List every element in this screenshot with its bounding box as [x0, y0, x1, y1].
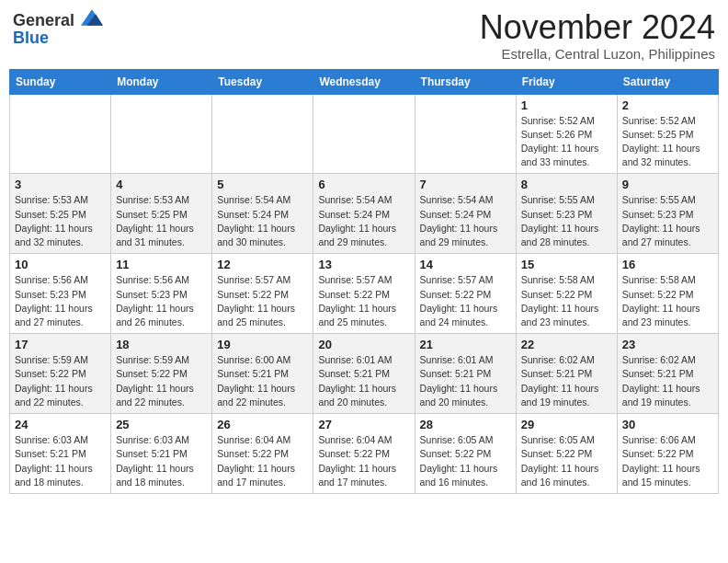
day-info: Sunrise: 6:03 AMSunset: 5:21 PMDaylight:… — [116, 433, 207, 489]
calendar-cell: 1Sunrise: 5:52 AMSunset: 5:26 PMDaylight… — [516, 94, 617, 174]
column-header-monday: Monday — [111, 69, 212, 94]
day-info: Sunrise: 5:59 AMSunset: 5:22 PMDaylight:… — [116, 353, 207, 409]
day-number: 22 — [521, 338, 612, 351]
logo: General Blue — [13, 9, 103, 47]
day-info: Sunrise: 6:02 AMSunset: 5:21 PMDaylight:… — [521, 353, 612, 409]
day-number: 3 — [15, 178, 106, 191]
calendar-cell — [10, 94, 111, 174]
logo-blue-text: Blue — [13, 29, 49, 47]
day-info: Sunrise: 6:03 AMSunset: 5:21 PMDaylight:… — [15, 433, 106, 489]
day-info: Sunrise: 6:01 AMSunset: 5:21 PMDaylight:… — [420, 353, 511, 409]
calendar-cell: 23Sunrise: 6:02 AMSunset: 5:21 PMDayligh… — [617, 334, 718, 414]
day-number: 9 — [622, 178, 713, 191]
calendar-cell: 24Sunrise: 6:03 AMSunset: 5:21 PMDayligh… — [10, 414, 111, 494]
day-number: 5 — [217, 178, 308, 191]
day-number: 14 — [420, 258, 511, 271]
calendar-cell: 16Sunrise: 5:58 AMSunset: 5:22 PMDayligh… — [617, 254, 718, 334]
day-number: 13 — [318, 258, 409, 271]
day-info: Sunrise: 5:58 AMSunset: 5:22 PMDaylight:… — [521, 273, 612, 329]
calendar-week-row: 17Sunrise: 5:59 AMSunset: 5:22 PMDayligh… — [10, 334, 719, 414]
day-number: 17 — [15, 338, 106, 351]
day-info: Sunrise: 5:56 AMSunset: 5:23 PMDaylight:… — [116, 273, 207, 329]
calendar-table: SundayMondayTuesdayWednesdayThursdayFrid… — [9, 69, 719, 494]
day-number: 21 — [420, 338, 511, 351]
calendar-cell: 28Sunrise: 6:05 AMSunset: 5:22 PMDayligh… — [415, 414, 516, 494]
day-info: Sunrise: 5:57 AMSunset: 5:22 PMDaylight:… — [217, 273, 308, 329]
day-number: 11 — [116, 258, 207, 271]
calendar-cell: 15Sunrise: 5:58 AMSunset: 5:22 PMDayligh… — [516, 254, 617, 334]
calendar-week-row: 1Sunrise: 5:52 AMSunset: 5:26 PMDaylight… — [10, 94, 719, 174]
logo-icon — [81, 9, 103, 26]
calendar-cell: 3Sunrise: 5:53 AMSunset: 5:25 PMDaylight… — [10, 174, 111, 254]
month-title: November 2024 — [480, 9, 715, 46]
calendar-cell: 20Sunrise: 6:01 AMSunset: 5:21 PMDayligh… — [313, 334, 415, 414]
calendar-cell: 13Sunrise: 5:57 AMSunset: 5:22 PMDayligh… — [313, 254, 415, 334]
day-info: Sunrise: 5:52 AMSunset: 5:25 PMDaylight:… — [622, 114, 713, 170]
calendar-week-row: 24Sunrise: 6:03 AMSunset: 5:21 PMDayligh… — [10, 414, 719, 494]
day-number: 12 — [217, 258, 308, 271]
calendar-cell: 10Sunrise: 5:56 AMSunset: 5:23 PMDayligh… — [10, 254, 111, 334]
calendar-cell: 7Sunrise: 5:54 AMSunset: 5:24 PMDaylight… — [415, 174, 516, 254]
day-number: 7 — [420, 178, 511, 191]
day-number: 2 — [622, 98, 713, 112]
day-info: Sunrise: 6:05 AMSunset: 5:22 PMDaylight:… — [420, 433, 511, 489]
day-info: Sunrise: 6:05 AMSunset: 5:22 PMDaylight:… — [521, 433, 612, 489]
day-info: Sunrise: 5:55 AMSunset: 5:23 PMDaylight:… — [521, 193, 612, 249]
column-header-thursday: Thursday — [415, 69, 516, 94]
column-header-sunday: Sunday — [10, 69, 111, 94]
day-info: Sunrise: 5:53 AMSunset: 5:25 PMDaylight:… — [15, 193, 106, 249]
calendar-cell: 27Sunrise: 6:04 AMSunset: 5:22 PMDayligh… — [313, 414, 415, 494]
day-number: 15 — [521, 258, 612, 271]
day-number: 24 — [15, 418, 106, 431]
calendar-cell: 12Sunrise: 5:57 AMSunset: 5:22 PMDayligh… — [212, 254, 313, 334]
calendar-cell: 17Sunrise: 5:59 AMSunset: 5:22 PMDayligh… — [10, 334, 111, 414]
calendar-cell: 30Sunrise: 6:06 AMSunset: 5:22 PMDayligh… — [617, 414, 718, 494]
day-info: Sunrise: 6:04 AMSunset: 5:22 PMDaylight:… — [318, 433, 409, 489]
calendar-cell: 29Sunrise: 6:05 AMSunset: 5:22 PMDayligh… — [516, 414, 617, 494]
calendar-cell: 25Sunrise: 6:03 AMSunset: 5:21 PMDayligh… — [111, 414, 212, 494]
page-header: General Blue November 2024 Estrella, Cen… — [9, 9, 719, 62]
calendar-header-row: SundayMondayTuesdayWednesdayThursdayFrid… — [10, 69, 719, 94]
calendar-cell: 22Sunrise: 6:02 AMSunset: 5:21 PMDayligh… — [516, 334, 617, 414]
day-number: 10 — [15, 258, 106, 271]
day-number: 4 — [116, 178, 207, 191]
calendar-cell: 4Sunrise: 5:53 AMSunset: 5:25 PMDaylight… — [111, 174, 212, 254]
calendar-cell — [212, 94, 313, 174]
day-number: 30 — [622, 418, 713, 431]
day-info: Sunrise: 6:01 AMSunset: 5:21 PMDaylight:… — [318, 353, 409, 409]
calendar-cell: 19Sunrise: 6:00 AMSunset: 5:21 PMDayligh… — [212, 334, 313, 414]
day-info: Sunrise: 5:53 AMSunset: 5:25 PMDaylight:… — [116, 193, 207, 249]
calendar-cell: 9Sunrise: 5:55 AMSunset: 5:23 PMDaylight… — [617, 174, 718, 254]
day-info: Sunrise: 5:52 AMSunset: 5:26 PMDaylight:… — [521, 114, 612, 170]
logo-general-text: General — [13, 11, 74, 29]
day-info: Sunrise: 5:55 AMSunset: 5:23 PMDaylight:… — [622, 193, 713, 249]
day-info: Sunrise: 6:00 AMSunset: 5:21 PMDaylight:… — [217, 353, 308, 409]
day-info: Sunrise: 5:57 AMSunset: 5:22 PMDaylight:… — [318, 273, 409, 329]
day-number: 19 — [217, 338, 308, 351]
calendar-cell: 5Sunrise: 5:54 AMSunset: 5:24 PMDaylight… — [212, 174, 313, 254]
location-text: Estrella, Central Luzon, Philippines — [480, 46, 715, 62]
calendar-cell: 6Sunrise: 5:54 AMSunset: 5:24 PMDaylight… — [313, 174, 415, 254]
day-info: Sunrise: 5:59 AMSunset: 5:22 PMDaylight:… — [15, 353, 106, 409]
column-header-friday: Friday — [516, 69, 617, 94]
calendar-cell: 11Sunrise: 5:56 AMSunset: 5:23 PMDayligh… — [111, 254, 212, 334]
calendar-cell: 2Sunrise: 5:52 AMSunset: 5:25 PMDaylight… — [617, 94, 718, 174]
calendar-week-row: 10Sunrise: 5:56 AMSunset: 5:23 PMDayligh… — [10, 254, 719, 334]
day-number: 25 — [116, 418, 207, 431]
day-number: 20 — [318, 338, 409, 351]
day-info: Sunrise: 5:54 AMSunset: 5:24 PMDaylight:… — [420, 193, 511, 249]
day-info: Sunrise: 5:58 AMSunset: 5:22 PMDaylight:… — [622, 273, 713, 329]
day-number: 27 — [318, 418, 409, 431]
calendar-cell — [111, 94, 212, 174]
day-number: 28 — [420, 418, 511, 431]
calendar-cell: 26Sunrise: 6:04 AMSunset: 5:22 PMDayligh… — [212, 414, 313, 494]
day-info: Sunrise: 5:54 AMSunset: 5:24 PMDaylight:… — [217, 193, 308, 249]
calendar-cell — [415, 94, 516, 174]
column-header-saturday: Saturday — [617, 69, 718, 94]
day-info: Sunrise: 6:02 AMSunset: 5:21 PMDaylight:… — [622, 353, 713, 409]
day-number: 6 — [318, 178, 409, 191]
day-number: 18 — [116, 338, 207, 351]
day-info: Sunrise: 6:06 AMSunset: 5:22 PMDaylight:… — [622, 433, 713, 489]
calendar-cell: 14Sunrise: 5:57 AMSunset: 5:22 PMDayligh… — [415, 254, 516, 334]
day-number: 16 — [622, 258, 713, 271]
